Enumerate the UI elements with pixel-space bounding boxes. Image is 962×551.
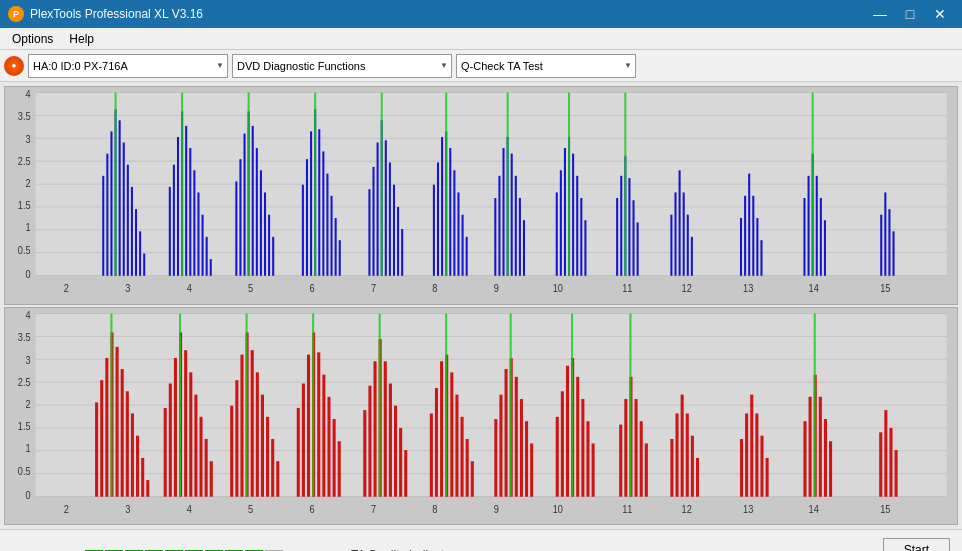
svg-rect-229 (466, 439, 469, 497)
svg-rect-269 (803, 421, 806, 496)
maximize-button[interactable]: □ (896, 4, 924, 24)
svg-rect-230 (471, 461, 474, 497)
start-button[interactable]: Start (883, 538, 950, 552)
svg-text:4: 4 (25, 89, 31, 100)
svg-text:3: 3 (125, 283, 130, 294)
svg-rect-129 (812, 93, 814, 276)
svg-rect-238 (525, 421, 528, 496)
svg-rect-110 (624, 93, 626, 276)
svg-rect-263 (740, 439, 743, 497)
svg-rect-100 (576, 176, 578, 276)
svg-rect-45 (239, 159, 241, 276)
svg-text:1: 1 (25, 442, 30, 453)
svg-rect-182 (174, 357, 177, 496)
svg-text:2: 2 (25, 398, 30, 409)
svg-text:8: 8 (432, 283, 437, 294)
test-select[interactable]: Q-Check TA Test (456, 54, 636, 78)
svg-rect-243 (566, 365, 569, 496)
svg-rect-274 (829, 441, 832, 497)
svg-rect-72 (393, 185, 395, 276)
close-button[interactable]: ✕ (926, 4, 954, 24)
svg-rect-117 (740, 218, 742, 276)
svg-rect-109 (637, 222, 639, 275)
svg-rect-36 (185, 126, 187, 276)
svg-text:2: 2 (25, 178, 30, 189)
svg-rect-264 (745, 413, 748, 496)
svg-rect-84 (466, 237, 468, 276)
svg-rect-86 (494, 198, 496, 276)
svg-text:9: 9 (494, 504, 499, 515)
svg-rect-121 (756, 218, 758, 276)
svg-rect-249 (571, 313, 573, 496)
svg-rect-102 (584, 220, 586, 276)
svg-rect-77 (437, 162, 439, 275)
svg-rect-168 (95, 402, 98, 496)
svg-rect-46 (244, 134, 246, 276)
svg-rect-62 (331, 196, 333, 276)
drive-select[interactable]: HA:0 ID:0 PX-716A (28, 54, 228, 78)
svg-rect-59 (318, 129, 320, 276)
svg-rect-39 (197, 192, 199, 275)
title-text: PlexTools Professional XL V3.16 (30, 7, 203, 21)
minimize-button[interactable]: — (866, 4, 894, 24)
svg-rect-37 (189, 148, 191, 276)
svg-rect-198 (266, 416, 269, 496)
svg-rect-52 (268, 215, 270, 276)
svg-rect-197 (261, 394, 264, 496)
menu-options[interactable]: Options (4, 30, 61, 48)
svg-rect-178 (146, 480, 149, 497)
svg-text:7: 7 (371, 283, 376, 294)
svg-rect-257 (670, 439, 673, 497)
svg-rect-32 (169, 187, 171, 276)
svg-rect-70 (385, 140, 387, 275)
svg-rect-21 (106, 154, 108, 276)
svg-rect-211 (312, 313, 314, 496)
svg-rect-73 (397, 207, 399, 276)
svg-rect-191 (230, 405, 233, 496)
svg-rect-248 (592, 443, 595, 496)
svg-text:7: 7 (371, 504, 376, 515)
svg-text:3: 3 (125, 504, 130, 515)
bottom-panel: Jitter: 5 Peak Shift: (0, 529, 962, 551)
svg-rect-170 (105, 357, 108, 496)
svg-rect-103 (568, 93, 570, 276)
svg-rect-66 (368, 189, 370, 276)
svg-rect-130 (880, 215, 882, 276)
svg-rect-81 (453, 170, 455, 275)
svg-rect-179 (110, 313, 112, 496)
svg-rect-115 (687, 215, 689, 276)
svg-rect-260 (686, 413, 689, 496)
svg-rect-28 (135, 209, 137, 276)
svg-rect-245 (576, 376, 579, 496)
svg-rect-236 (515, 376, 518, 496)
svg-rect-275 (814, 313, 816, 496)
svg-rect-105 (620, 176, 622, 276)
svg-rect-184 (184, 350, 187, 497)
svg-rect-224 (440, 361, 443, 496)
svg-text:3.5: 3.5 (18, 331, 31, 342)
function-select-wrapper: DVD Diagnostic Functions (232, 54, 452, 78)
svg-rect-246 (581, 399, 584, 497)
svg-rect-241 (556, 416, 559, 496)
svg-rect-207 (322, 374, 325, 496)
svg-text:15: 15 (880, 283, 890, 294)
svg-rect-213 (368, 385, 371, 496)
function-select[interactable]: DVD Diagnostic Functions (232, 54, 452, 78)
svg-text:11: 11 (622, 283, 632, 294)
drive-select-wrapper: HA:0 ID:0 PX-716A (28, 54, 228, 78)
svg-text:6: 6 (310, 283, 315, 294)
svg-rect-261 (691, 435, 694, 496)
svg-rect-114 (683, 192, 685, 275)
svg-rect-107 (628, 178, 630, 276)
svg-rect-60 (322, 151, 324, 275)
svg-rect-38 (193, 170, 195, 275)
bottom-chart-svg: 4 3.5 3 2.5 2 1.5 1 0.5 0 (5, 308, 957, 525)
svg-rect-80 (449, 148, 451, 276)
menu-help[interactable]: Help (61, 30, 102, 48)
svg-rect-55 (302, 185, 304, 276)
svg-rect-247 (586, 421, 589, 496)
svg-rect-277 (884, 410, 887, 497)
svg-rect-259 (681, 394, 684, 496)
svg-rect-203 (302, 383, 305, 496)
svg-rect-131 (884, 192, 886, 275)
